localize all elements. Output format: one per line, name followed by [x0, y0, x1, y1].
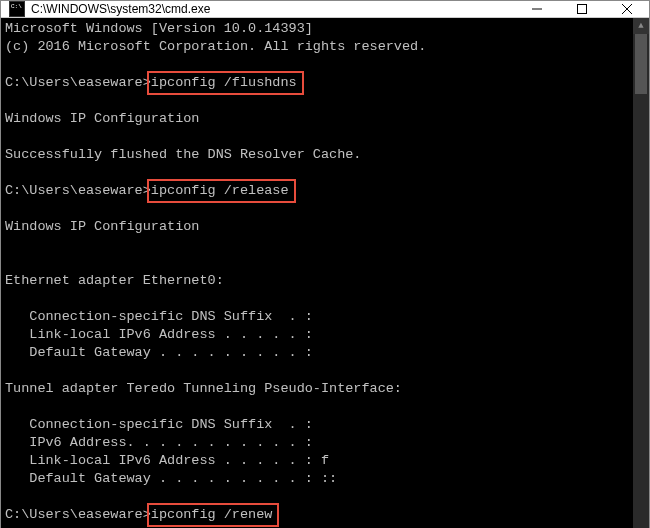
output-line: Link-local IPv6 Address . . . . . : f	[5, 452, 629, 470]
output-line: Tunnel adapter Teredo Tunneling Pseudo-I…	[5, 380, 629, 398]
maximize-button[interactable]	[559, 1, 604, 17]
prompt-prefix: C:\Users\easeware>	[5, 507, 151, 522]
output-line: Successfully flushed the DNS Resolver Ca…	[5, 146, 629, 164]
svg-rect-1	[577, 5, 586, 14]
output-line: IPv6 Address. . . . . . . . . . . :	[5, 434, 629, 452]
output-line: Ethernet adapter Ethernet0:	[5, 272, 629, 290]
cmd-icon	[9, 1, 25, 17]
output-line: Link-local IPv6 Address . . . . . :	[5, 326, 629, 344]
close-button[interactable]	[604, 1, 649, 17]
prompt-prefix: C:\Users\easeware>	[5, 75, 151, 90]
blank-line	[5, 398, 629, 416]
output-line: Windows IP Configuration	[5, 218, 629, 236]
minimize-button[interactable]	[514, 1, 559, 17]
window-controls	[514, 1, 649, 17]
output-line: Connection-specific DNS Suffix . :	[5, 308, 629, 326]
output-line: Default Gateway . . . . . . . . . :	[5, 344, 629, 362]
highlight-box: ipconfig /release	[147, 179, 296, 203]
blank-line	[5, 254, 629, 272]
blank-line	[5, 488, 629, 506]
close-icon	[622, 4, 632, 14]
blank-line	[5, 200, 629, 218]
vertical-scrollbar[interactable]: ▲ ▼	[633, 18, 649, 528]
prompt-line: C:\Users\easeware>ipconfig /release	[5, 182, 629, 200]
output-line: Windows IP Configuration	[5, 110, 629, 128]
blank-line	[5, 362, 629, 380]
blank-line	[5, 128, 629, 146]
blank-line	[5, 164, 629, 182]
blank-line	[5, 524, 629, 528]
prompt-line: C:\Users\easeware>ipconfig /flushdns	[5, 74, 629, 92]
command-text: ipconfig /flushdns	[151, 75, 297, 90]
command-text: ipconfig /renew	[151, 507, 273, 522]
window-title: C:\WINDOWS\system32\cmd.exe	[31, 2, 514, 16]
command-text: ipconfig /release	[151, 183, 289, 198]
output-line: (c) 2016 Microsoft Corporation. All righ…	[5, 38, 629, 56]
highlight-box: ipconfig /renew	[147, 503, 280, 527]
titlebar[interactable]: C:\WINDOWS\system32\cmd.exe	[1, 1, 649, 18]
scroll-up-button[interactable]: ▲	[633, 18, 649, 34]
minimize-icon	[532, 4, 542, 14]
prompt-prefix: C:\Users\easeware>	[5, 183, 151, 198]
cmd-window: C:\WINDOWS\system32\cmd.exe Microsoft Wi…	[0, 0, 650, 528]
blank-line	[5, 290, 629, 308]
prompt-line: C:\Users\easeware>ipconfig /renew	[5, 506, 629, 524]
maximize-icon	[577, 4, 587, 14]
output-line: Microsoft Windows [Version 10.0.14393]	[5, 20, 629, 38]
blank-line	[5, 56, 629, 74]
blank-line	[5, 236, 629, 254]
content-area: Microsoft Windows [Version 10.0.14393](c…	[1, 18, 649, 528]
highlight-box: ipconfig /flushdns	[147, 71, 304, 95]
output-line: Connection-specific DNS Suffix . :	[5, 416, 629, 434]
scroll-thumb[interactable]	[635, 34, 647, 94]
output-line: Default Gateway . . . . . . . . . : ::	[5, 470, 629, 488]
blank-line	[5, 92, 629, 110]
terminal-output[interactable]: Microsoft Windows [Version 10.0.14393](c…	[1, 18, 633, 528]
